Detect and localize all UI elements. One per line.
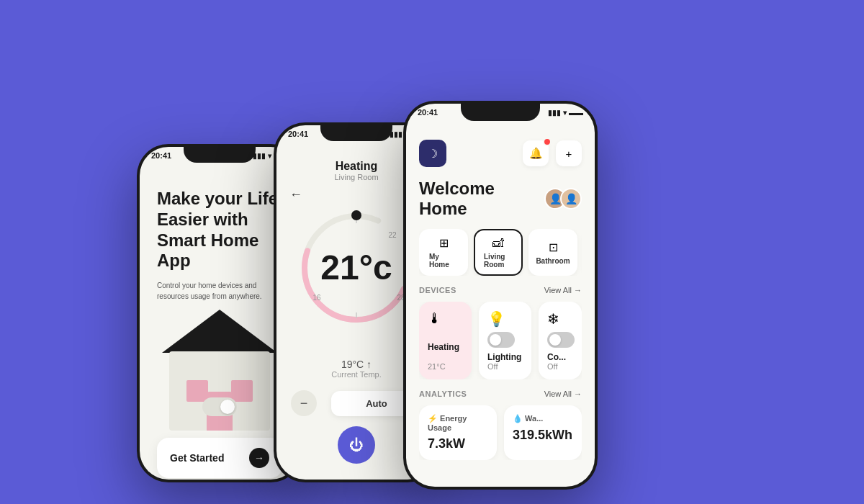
- co-toggle[interactable]: [547, 332, 575, 348]
- bathroom-label: Bathroom: [536, 257, 570, 265]
- notification-button[interactable]: 🔔: [523, 140, 549, 166]
- current-temp-label: Current Temp.: [291, 370, 422, 379]
- time-3: 20:41: [418, 108, 438, 117]
- water-value: 319.5kWh: [513, 428, 573, 443]
- svg-text:16: 16: [312, 294, 321, 302]
- signal-icons-3: ▮▮▮▾▬▬: [548, 109, 583, 117]
- topbar-right: 🔔 +: [523, 140, 582, 166]
- back-button[interactable]: ←: [289, 187, 302, 202]
- house-body: [169, 351, 270, 431]
- heating-name: Heating: [428, 342, 463, 352]
- get-started-label: Get Started: [170, 452, 224, 464]
- tab-living-room[interactable]: 🛋 Living Room: [474, 229, 523, 276]
- arrow-icon: →: [249, 448, 269, 468]
- co-name: Co...: [547, 352, 573, 362]
- time-1: 20:41: [151, 151, 171, 160]
- tab-my-home[interactable]: ⊞ My Home: [419, 229, 468, 276]
- avatars: 👤 👤: [544, 188, 582, 210]
- notch-1: [184, 147, 256, 163]
- room-tabs: ⊞ My Home 🛋 Living Room ⊡ Bathroom 🛏 Bed…: [419, 229, 582, 276]
- house-illustration: [157, 316, 282, 431]
- heating-subtitle: Living Room: [291, 173, 422, 181]
- house-roof: [162, 310, 277, 353]
- living-room-icon: 🛋: [492, 237, 504, 250]
- co-value: Off: [547, 362, 573, 371]
- minus-button[interactable]: −: [291, 390, 317, 416]
- avatar-2: 👤: [560, 188, 582, 210]
- welcome-row: Welcome Home 👤 👤: [419, 179, 582, 219]
- toggle-pill-house: [202, 397, 237, 416]
- analytics-label: ANALYTICS: [419, 390, 467, 398]
- heating-icon: 🌡: [428, 310, 463, 327]
- water-title: 💧 Wa...: [513, 414, 573, 423]
- living-room-label: Living Room: [484, 253, 513, 269]
- arc-dot: [351, 210, 361, 220]
- lighting-toggle-knob: [490, 334, 501, 346]
- co-icon: ❄: [547, 310, 573, 328]
- lighting-value: Off: [487, 362, 523, 371]
- analytics-card-energy: ⚡ Energy Usage 7.3kW: [419, 405, 497, 460]
- energy-title: ⚡ Energy Usage: [428, 414, 488, 432]
- temperature-value: 21°c: [320, 251, 392, 285]
- subtext-1: Control your home devices and resources …: [157, 280, 282, 302]
- device-card-lighting[interactable]: 💡 Lighting Off: [479, 302, 531, 379]
- tab-bathroom[interactable]: ⊡ Bathroom: [528, 229, 577, 276]
- add-button[interactable]: +: [556, 140, 582, 166]
- my-home-label: My Home: [429, 253, 458, 269]
- device-card-heating[interactable]: 🌡 Heating 21°C: [419, 302, 472, 379]
- devices-label: DEVICES: [419, 286, 456, 294]
- time-2: 20:41: [288, 130, 308, 138]
- notch-3: [461, 104, 540, 121]
- co-toggle-knob: [549, 334, 561, 346]
- view-all-analytics[interactable]: View All →: [544, 390, 582, 398]
- analytics-section-header: ANALYTICS View All →: [419, 390, 582, 398]
- phone-3-topbar: ☽ 🔔 +: [419, 140, 582, 167]
- notch-2: [320, 125, 392, 141]
- house-window-left: [186, 380, 208, 402]
- analytics-card-water: 💧 Wa... 319.5kWh: [504, 405, 582, 460]
- view-all-devices[interactable]: View All →: [544, 286, 582, 294]
- heating-value: 21°C: [428, 362, 463, 371]
- toggle-knob-house: [220, 400, 235, 414]
- energy-value: 7.3kW: [428, 436, 488, 451]
- devices-section-header: DEVICES View All →: [419, 286, 582, 294]
- lighting-toggle[interactable]: [487, 332, 515, 348]
- welcome-text: Welcome Home: [419, 179, 544, 219]
- notification-badge: [543, 138, 552, 146]
- lighting-icon: 💡: [487, 310, 523, 328]
- device-card-co[interactable]: ❄ Co... Off: [539, 302, 582, 379]
- headline-1: Make your Life Easier with Smart Home Ap…: [157, 189, 282, 271]
- get-started-button[interactable]: Get Started →: [157, 438, 282, 478]
- temperature-display: 21°c: [320, 251, 392, 285]
- app-icon-button[interactable]: ☽: [419, 140, 446, 167]
- current-temp-value: 19°C ↑: [291, 359, 422, 370]
- lighting-name: Lighting: [487, 352, 523, 362]
- phone-3: 20:41 ▮▮▮▾▬▬ ☽ 🔔 + Welcome Home: [403, 101, 598, 490]
- house-window-right: [231, 380, 253, 402]
- power-button[interactable]: ⏻: [338, 426, 375, 464]
- devices-row: 🌡 Heating 21°C 💡 Lighting Off ❄: [419, 302, 582, 379]
- bathroom-icon: ⊡: [549, 240, 558, 254]
- svg-text:22: 22: [388, 231, 397, 239]
- heating-title: Heating: [291, 160, 422, 173]
- my-home-icon: ⊞: [439, 236, 449, 250]
- analytics-row: ⚡ Energy Usage 7.3kW 💧 Wa... 319.5kWh: [419, 405, 582, 460]
